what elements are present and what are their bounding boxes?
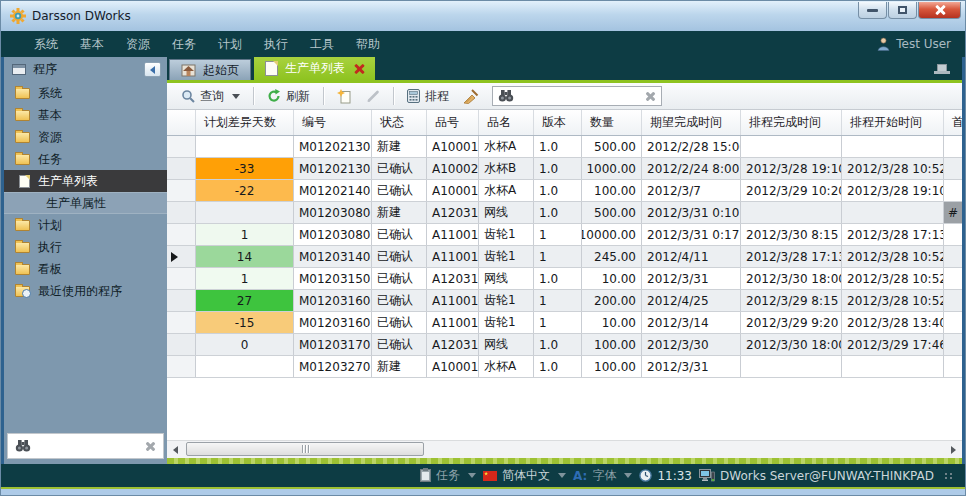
table-cell[interactable]: M012031501 bbox=[294, 268, 372, 289]
column-header[interactable]: 排程完成时间 bbox=[741, 110, 842, 135]
task-status-dropdown[interactable]: 任务 bbox=[420, 467, 476, 484]
table-cell[interactable]: 2012/3/7 bbox=[642, 180, 741, 201]
table-cell[interactable]: 1.0 bbox=[534, 356, 582, 377]
sidebar-item-execute[interactable]: 执行 bbox=[4, 236, 167, 258]
table-cell[interactable]: 网线 bbox=[479, 268, 534, 289]
table-cell[interactable]: 1.0 bbox=[534, 202, 582, 223]
table-cell[interactable] bbox=[944, 158, 962, 179]
table-cell[interactable]: 已确认 bbox=[372, 334, 427, 355]
table-cell[interactable] bbox=[944, 246, 962, 267]
table-cell[interactable]: 10.00 bbox=[582, 268, 642, 289]
tab-close-icon[interactable] bbox=[354, 64, 364, 74]
table-cell[interactable]: 网线 bbox=[479, 334, 534, 355]
table-cell[interactable]: 1.0 bbox=[534, 334, 582, 355]
table-cell[interactable]: 200.00 bbox=[582, 290, 642, 311]
sidebar-item-production-order-list[interactable]: 生产单列表 bbox=[4, 170, 167, 192]
toolbar-search-input[interactable] bbox=[492, 86, 662, 106]
table-cell[interactable]: 10.00 bbox=[582, 312, 642, 333]
column-header[interactable]: 品名 bbox=[479, 110, 534, 135]
table-cell[interactable]: A11001 bbox=[427, 224, 479, 245]
table-cell[interactable]: 2012/3/28 17:13 bbox=[842, 224, 944, 245]
table-cell[interactable]: 水杯A bbox=[479, 180, 534, 201]
table-cell[interactable]: 1.0 bbox=[534, 268, 582, 289]
table-cell[interactable] bbox=[741, 202, 842, 223]
table-cell[interactable]: 2012/3/28 10:52 bbox=[842, 246, 944, 267]
sidebar-item-recent-programs[interactable]: 最近使用的程序 bbox=[4, 280, 167, 302]
row-header-cell[interactable] bbox=[167, 268, 196, 289]
row-header-cell[interactable] bbox=[167, 290, 196, 311]
table-cell[interactable]: 1 bbox=[534, 312, 582, 333]
sidebar-item-basic[interactable]: 基本 bbox=[4, 104, 167, 126]
table-cell[interactable] bbox=[944, 334, 962, 355]
table-cell[interactable]: 2012/3/29 17:46 bbox=[842, 334, 944, 355]
table-cell[interactable]: -22 bbox=[196, 180, 294, 201]
row-header-cell[interactable] bbox=[167, 312, 196, 333]
scroll-right-button[interactable] bbox=[945, 441, 962, 458]
table-cell[interactable]: 2012/3/31 bbox=[642, 356, 741, 377]
clear-search-icon[interactable] bbox=[645, 91, 656, 102]
table-cell[interactable]: 齿轮1 bbox=[479, 312, 534, 333]
tab-production-order-list[interactable]: 生产单列表 bbox=[254, 57, 375, 80]
menu-resource[interactable]: 资源 bbox=[115, 36, 161, 53]
table-cell[interactable]: 2012/3/28 10:52 bbox=[842, 290, 944, 311]
menu-basic[interactable]: 基本 bbox=[69, 36, 115, 53]
user-menu[interactable]: Test User bbox=[877, 37, 951, 51]
table-cell[interactable]: 2012/3/28 10:52 bbox=[842, 268, 944, 289]
table-cell[interactable]: 水杯A bbox=[479, 136, 534, 157]
column-header[interactable]: 计划差异天数 bbox=[196, 110, 294, 135]
table-cell[interactable]: 100.00 bbox=[582, 180, 642, 201]
sidebar-item-kanban[interactable]: 看板 bbox=[4, 258, 167, 280]
table-cell[interactable]: A12031 bbox=[427, 334, 479, 355]
table-cell[interactable]: -33 bbox=[196, 158, 294, 179]
sidebar-item-task[interactable]: 任务 bbox=[4, 148, 167, 170]
table-cell[interactable]: 500.00 bbox=[582, 136, 642, 157]
table-cell[interactable]: M012031602 bbox=[294, 312, 372, 333]
table-cell[interactable] bbox=[944, 180, 962, 201]
table-cell[interactable]: M012030802 bbox=[294, 224, 372, 245]
table-cell[interactable]: 已确认 bbox=[372, 224, 427, 245]
table-cell[interactable]: A11001 bbox=[427, 290, 479, 311]
table-cell[interactable] bbox=[944, 290, 962, 311]
resize-grip-icon[interactable] bbox=[945, 473, 953, 479]
table-cell[interactable]: 已确认 bbox=[372, 158, 427, 179]
table-cell[interactable]: 2012/3/30 18:00 bbox=[741, 268, 842, 289]
table-cell[interactable]: M012021301 bbox=[294, 136, 372, 157]
language-dropdown[interactable]: 简体中文 bbox=[483, 467, 566, 484]
restore-button[interactable] bbox=[888, 2, 917, 19]
table-cell[interactable]: 已确认 bbox=[372, 290, 427, 311]
column-header[interactable]: 数量 bbox=[582, 110, 642, 135]
table-cell[interactable]: 2012/3/28 19:10 bbox=[842, 180, 944, 201]
sidebar-item-plan[interactable]: 计划 bbox=[4, 214, 167, 236]
table-cell[interactable] bbox=[741, 356, 842, 377]
table-row[interactable]: 14M012031402已确认A11001齿轮11245.002012/4/11… bbox=[167, 246, 962, 268]
row-header-cell[interactable] bbox=[167, 334, 196, 355]
sidebar-item-production-order-properties[interactable]: 生产单属性 bbox=[4, 192, 167, 214]
tab-start-page[interactable]: 起始页 bbox=[169, 59, 251, 80]
column-header[interactable]: 品号 bbox=[427, 110, 479, 135]
menu-system[interactable]: 系统 bbox=[23, 36, 69, 53]
table-cell[interactable] bbox=[944, 268, 962, 289]
table-cell[interactable]: 新建 bbox=[372, 356, 427, 377]
pin-icon[interactable] bbox=[934, 64, 950, 74]
table-cell[interactable]: 新建 bbox=[372, 136, 427, 157]
table-cell[interactable]: 2012/3/29 8:15 bbox=[741, 290, 842, 311]
table-cell[interactable]: 2012/3/29 9:20 bbox=[741, 312, 842, 333]
table-cell[interactable]: 1 bbox=[534, 290, 582, 311]
table-cell[interactable]: A10002 bbox=[427, 158, 479, 179]
font-dropdown[interactable]: A: 字体 bbox=[573, 467, 632, 484]
table-row[interactable]: M012030801新建A12031网线1.0500.002012/3/31 0… bbox=[167, 202, 962, 224]
clear-search-icon[interactable] bbox=[145, 441, 156, 452]
table-cell[interactable] bbox=[842, 356, 944, 377]
table-cell[interactable]: M012031402 bbox=[294, 246, 372, 267]
scroll-left-button[interactable] bbox=[167, 441, 184, 458]
table-cell[interactable] bbox=[842, 202, 944, 223]
row-header-cell[interactable] bbox=[167, 158, 196, 179]
table-row[interactable]: -33M012021302已确认A10002水杯B1.01000.002012/… bbox=[167, 158, 962, 180]
table-cell[interactable]: 2012/3/28 13:40 bbox=[842, 312, 944, 333]
table-cell[interactable] bbox=[944, 224, 962, 245]
table-cell[interactable]: A10001 bbox=[427, 136, 479, 157]
refresh-button[interactable]: 刷新 bbox=[262, 86, 315, 107]
table-cell[interactable]: 1.0 bbox=[534, 158, 582, 179]
scrollbar-thumb[interactable] bbox=[186, 442, 424, 456]
row-header-cell[interactable] bbox=[167, 202, 196, 223]
